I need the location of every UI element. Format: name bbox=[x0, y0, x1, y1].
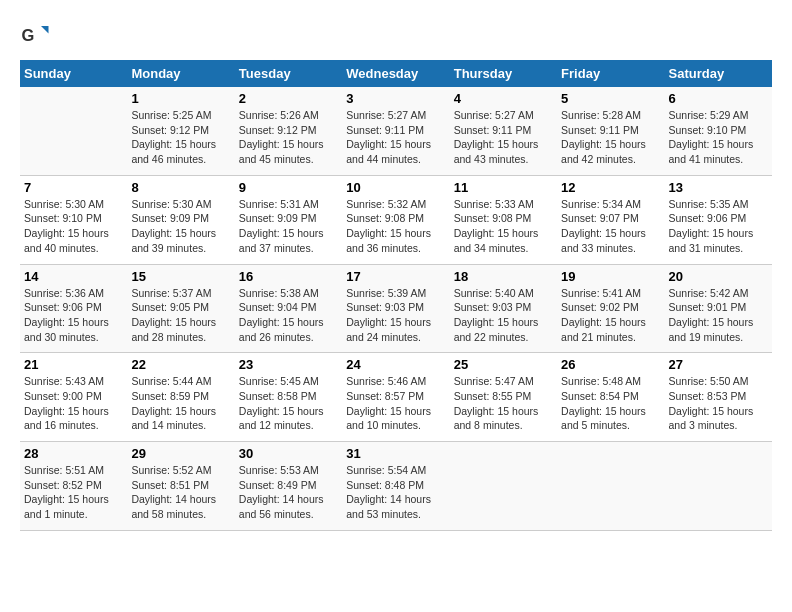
calendar-cell: 23Sunrise: 5:45 AMSunset: 8:58 PMDayligh… bbox=[235, 353, 342, 442]
day-info: Sunrise: 5:34 AMSunset: 9:07 PMDaylight:… bbox=[561, 197, 660, 256]
day-info: Sunrise: 5:54 AMSunset: 8:48 PMDaylight:… bbox=[346, 463, 445, 522]
day-number: 28 bbox=[24, 446, 123, 461]
calendar-cell: 6Sunrise: 5:29 AMSunset: 9:10 PMDaylight… bbox=[665, 87, 772, 175]
calendar-cell: 21Sunrise: 5:43 AMSunset: 9:00 PMDayligh… bbox=[20, 353, 127, 442]
calendar-cell bbox=[450, 442, 557, 531]
day-number: 14 bbox=[24, 269, 123, 284]
svg-marker-1 bbox=[41, 26, 49, 34]
day-info: Sunrise: 5:32 AMSunset: 9:08 PMDaylight:… bbox=[346, 197, 445, 256]
calendar-cell: 30Sunrise: 5:53 AMSunset: 8:49 PMDayligh… bbox=[235, 442, 342, 531]
day-info: Sunrise: 5:44 AMSunset: 8:59 PMDaylight:… bbox=[131, 374, 230, 433]
calendar-cell: 24Sunrise: 5:46 AMSunset: 8:57 PMDayligh… bbox=[342, 353, 449, 442]
calendar-cell: 8Sunrise: 5:30 AMSunset: 9:09 PMDaylight… bbox=[127, 175, 234, 264]
column-header-thursday: Thursday bbox=[450, 60, 557, 87]
day-info: Sunrise: 5:50 AMSunset: 8:53 PMDaylight:… bbox=[669, 374, 768, 433]
calendar-cell: 1Sunrise: 5:25 AMSunset: 9:12 PMDaylight… bbox=[127, 87, 234, 175]
day-info: Sunrise: 5:53 AMSunset: 8:49 PMDaylight:… bbox=[239, 463, 338, 522]
day-info: Sunrise: 5:28 AMSunset: 9:11 PMDaylight:… bbox=[561, 108, 660, 167]
calendar-cell: 19Sunrise: 5:41 AMSunset: 9:02 PMDayligh… bbox=[557, 264, 664, 353]
day-info: Sunrise: 5:38 AMSunset: 9:04 PMDaylight:… bbox=[239, 286, 338, 345]
column-header-monday: Monday bbox=[127, 60, 234, 87]
logo-icon: G bbox=[20, 20, 50, 50]
calendar-cell: 20Sunrise: 5:42 AMSunset: 9:01 PMDayligh… bbox=[665, 264, 772, 353]
day-info: Sunrise: 5:51 AMSunset: 8:52 PMDaylight:… bbox=[24, 463, 123, 522]
calendar-cell: 29Sunrise: 5:52 AMSunset: 8:51 PMDayligh… bbox=[127, 442, 234, 531]
column-header-sunday: Sunday bbox=[20, 60, 127, 87]
day-info: Sunrise: 5:45 AMSunset: 8:58 PMDaylight:… bbox=[239, 374, 338, 433]
day-number: 19 bbox=[561, 269, 660, 284]
day-number: 1 bbox=[131, 91, 230, 106]
day-info: Sunrise: 5:27 AMSunset: 9:11 PMDaylight:… bbox=[346, 108, 445, 167]
day-info: Sunrise: 5:35 AMSunset: 9:06 PMDaylight:… bbox=[669, 197, 768, 256]
day-number: 9 bbox=[239, 180, 338, 195]
calendar-cell: 15Sunrise: 5:37 AMSunset: 9:05 PMDayligh… bbox=[127, 264, 234, 353]
day-info: Sunrise: 5:46 AMSunset: 8:57 PMDaylight:… bbox=[346, 374, 445, 433]
day-info: Sunrise: 5:27 AMSunset: 9:11 PMDaylight:… bbox=[454, 108, 553, 167]
day-info: Sunrise: 5:29 AMSunset: 9:10 PMDaylight:… bbox=[669, 108, 768, 167]
calendar-cell: 31Sunrise: 5:54 AMSunset: 8:48 PMDayligh… bbox=[342, 442, 449, 531]
day-number: 25 bbox=[454, 357, 553, 372]
calendar-cell: 3Sunrise: 5:27 AMSunset: 9:11 PMDaylight… bbox=[342, 87, 449, 175]
day-number: 29 bbox=[131, 446, 230, 461]
calendar-cell bbox=[20, 87, 127, 175]
week-row-5: 28Sunrise: 5:51 AMSunset: 8:52 PMDayligh… bbox=[20, 442, 772, 531]
calendar-cell: 14Sunrise: 5:36 AMSunset: 9:06 PMDayligh… bbox=[20, 264, 127, 353]
day-info: Sunrise: 5:36 AMSunset: 9:06 PMDaylight:… bbox=[24, 286, 123, 345]
day-number: 27 bbox=[669, 357, 768, 372]
day-number: 31 bbox=[346, 446, 445, 461]
column-header-wednesday: Wednesday bbox=[342, 60, 449, 87]
calendar-cell: 28Sunrise: 5:51 AMSunset: 8:52 PMDayligh… bbox=[20, 442, 127, 531]
column-header-friday: Friday bbox=[557, 60, 664, 87]
day-number: 7 bbox=[24, 180, 123, 195]
day-number: 23 bbox=[239, 357, 338, 372]
day-number: 2 bbox=[239, 91, 338, 106]
day-number: 15 bbox=[131, 269, 230, 284]
week-row-4: 21Sunrise: 5:43 AMSunset: 9:00 PMDayligh… bbox=[20, 353, 772, 442]
calendar-cell: 2Sunrise: 5:26 AMSunset: 9:12 PMDaylight… bbox=[235, 87, 342, 175]
day-info: Sunrise: 5:33 AMSunset: 9:08 PMDaylight:… bbox=[454, 197, 553, 256]
day-info: Sunrise: 5:30 AMSunset: 9:09 PMDaylight:… bbox=[131, 197, 230, 256]
week-row-3: 14Sunrise: 5:36 AMSunset: 9:06 PMDayligh… bbox=[20, 264, 772, 353]
day-info: Sunrise: 5:37 AMSunset: 9:05 PMDaylight:… bbox=[131, 286, 230, 345]
day-number: 16 bbox=[239, 269, 338, 284]
day-number: 8 bbox=[131, 180, 230, 195]
calendar-cell bbox=[557, 442, 664, 531]
day-info: Sunrise: 5:41 AMSunset: 9:02 PMDaylight:… bbox=[561, 286, 660, 345]
day-info: Sunrise: 5:42 AMSunset: 9:01 PMDaylight:… bbox=[669, 286, 768, 345]
calendar-cell: 9Sunrise: 5:31 AMSunset: 9:09 PMDaylight… bbox=[235, 175, 342, 264]
calendar-header: SundayMondayTuesdayWednesdayThursdayFrid… bbox=[20, 60, 772, 87]
svg-text:G: G bbox=[22, 26, 35, 44]
calendar-cell: 27Sunrise: 5:50 AMSunset: 8:53 PMDayligh… bbox=[665, 353, 772, 442]
day-number: 18 bbox=[454, 269, 553, 284]
calendar-cell: 22Sunrise: 5:44 AMSunset: 8:59 PMDayligh… bbox=[127, 353, 234, 442]
day-number: 21 bbox=[24, 357, 123, 372]
day-number: 17 bbox=[346, 269, 445, 284]
day-info: Sunrise: 5:30 AMSunset: 9:10 PMDaylight:… bbox=[24, 197, 123, 256]
day-number: 12 bbox=[561, 180, 660, 195]
day-info: Sunrise: 5:40 AMSunset: 9:03 PMDaylight:… bbox=[454, 286, 553, 345]
day-number: 30 bbox=[239, 446, 338, 461]
column-header-tuesday: Tuesday bbox=[235, 60, 342, 87]
day-number: 3 bbox=[346, 91, 445, 106]
calendar-table: SundayMondayTuesdayWednesdayThursdayFrid… bbox=[20, 60, 772, 531]
header-row: SundayMondayTuesdayWednesdayThursdayFrid… bbox=[20, 60, 772, 87]
week-row-2: 7Sunrise: 5:30 AMSunset: 9:10 PMDaylight… bbox=[20, 175, 772, 264]
calendar-cell: 5Sunrise: 5:28 AMSunset: 9:11 PMDaylight… bbox=[557, 87, 664, 175]
page-header: G bbox=[20, 20, 772, 50]
day-number: 4 bbox=[454, 91, 553, 106]
day-info: Sunrise: 5:47 AMSunset: 8:55 PMDaylight:… bbox=[454, 374, 553, 433]
calendar-cell: 11Sunrise: 5:33 AMSunset: 9:08 PMDayligh… bbox=[450, 175, 557, 264]
calendar-cell: 18Sunrise: 5:40 AMSunset: 9:03 PMDayligh… bbox=[450, 264, 557, 353]
calendar-cell: 12Sunrise: 5:34 AMSunset: 9:07 PMDayligh… bbox=[557, 175, 664, 264]
day-number: 26 bbox=[561, 357, 660, 372]
day-info: Sunrise: 5:25 AMSunset: 9:12 PMDaylight:… bbox=[131, 108, 230, 167]
day-number: 11 bbox=[454, 180, 553, 195]
day-number: 20 bbox=[669, 269, 768, 284]
calendar-cell: 16Sunrise: 5:38 AMSunset: 9:04 PMDayligh… bbox=[235, 264, 342, 353]
calendar-cell: 10Sunrise: 5:32 AMSunset: 9:08 PMDayligh… bbox=[342, 175, 449, 264]
day-info: Sunrise: 5:43 AMSunset: 9:00 PMDaylight:… bbox=[24, 374, 123, 433]
day-info: Sunrise: 5:31 AMSunset: 9:09 PMDaylight:… bbox=[239, 197, 338, 256]
calendar-cell: 25Sunrise: 5:47 AMSunset: 8:55 PMDayligh… bbox=[450, 353, 557, 442]
day-number: 22 bbox=[131, 357, 230, 372]
calendar-cell: 7Sunrise: 5:30 AMSunset: 9:10 PMDaylight… bbox=[20, 175, 127, 264]
